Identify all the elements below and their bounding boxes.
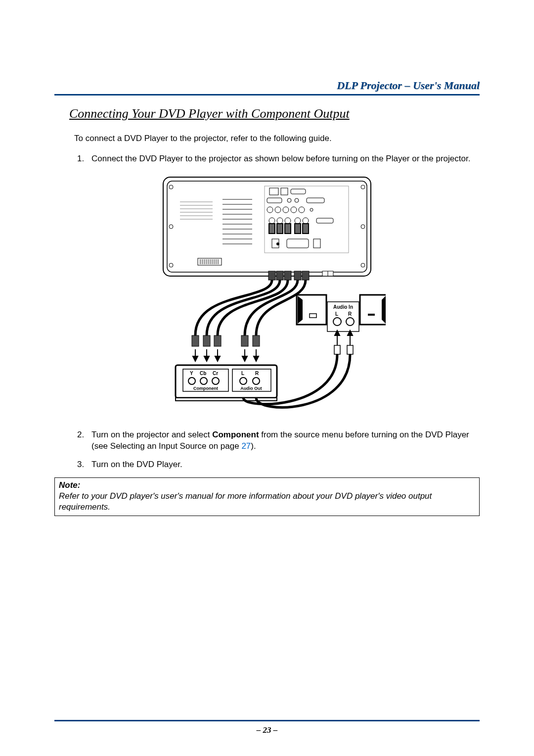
svg-point-36 (299, 207, 305, 213)
step-2-bold: Component (212, 430, 259, 439)
step-list-cont: Turn on the projector and select Compone… (87, 429, 480, 471)
label-audio-in: Audio In (333, 304, 353, 310)
svg-rect-68 (302, 271, 309, 280)
svg-point-7 (361, 263, 365, 267)
svg-rect-87 (176, 398, 277, 401)
svg-point-32 (267, 207, 273, 213)
svg-rect-47 (313, 239, 320, 248)
svg-marker-96 (298, 296, 303, 324)
label-r-in: R (348, 311, 352, 317)
svg-marker-99 (382, 296, 386, 324)
svg-rect-60 (277, 224, 283, 234)
connection-diagram: Y Cb Cr Component L R Audio Out (54, 172, 480, 415)
svg-point-29 (287, 198, 291, 202)
svg-rect-31 (307, 198, 324, 203)
svg-rect-74 (241, 335, 248, 346)
step-3: Turn on the DVD Player. (87, 459, 480, 471)
svg-rect-66 (284, 271, 291, 280)
svg-point-5 (361, 185, 365, 189)
svg-marker-79 (204, 356, 209, 361)
svg-point-34 (283, 207, 289, 213)
svg-rect-64 (268, 271, 275, 280)
header-title: DLP Projector – User's Manual (337, 79, 480, 92)
note-box: Note: Refer to your DVD player's user's … (54, 477, 480, 516)
svg-point-102 (333, 318, 341, 326)
label-r-out: R (255, 371, 259, 376)
svg-point-35 (291, 207, 297, 213)
header-rule (54, 94, 480, 95)
svg-point-33 (275, 207, 281, 213)
step-2: Turn on the projector and select Compone… (87, 429, 480, 452)
step-2-c: ). (251, 441, 256, 451)
note-label: Note: (59, 480, 80, 490)
svg-rect-97 (310, 314, 316, 318)
svg-marker-77 (193, 356, 198, 361)
svg-point-4 (169, 263, 173, 267)
label-cr: Cr (213, 371, 218, 376)
label-cb: Cb (200, 371, 206, 376)
svg-point-39 (277, 218, 283, 224)
svg-rect-28 (267, 198, 282, 203)
page-ref-link[interactable]: 27 (241, 441, 251, 451)
intro-text: To connect a DVD Player to the projector… (74, 134, 480, 143)
svg-rect-67 (294, 271, 301, 280)
svg-rect-59 (269, 224, 275, 234)
svg-rect-73 (214, 335, 221, 346)
svg-point-91 (212, 378, 219, 384)
svg-point-103 (346, 318, 354, 326)
label-y: Y (190, 371, 193, 376)
svg-point-94 (253, 378, 260, 384)
svg-point-40 (285, 218, 291, 224)
svg-rect-71 (192, 335, 199, 346)
svg-rect-72 (203, 335, 210, 346)
svg-point-89 (188, 378, 195, 384)
svg-point-45 (276, 242, 279, 245)
svg-rect-25 (269, 188, 278, 195)
svg-point-6 (361, 225, 365, 229)
svg-rect-108 (334, 345, 340, 354)
svg-rect-27 (291, 189, 306, 194)
svg-rect-75 (253, 335, 260, 346)
step-2-a: Turn on the projector and select (91, 430, 212, 439)
label-l-in: L (335, 311, 338, 317)
svg-marker-81 (215, 356, 220, 361)
page-number: – 23 – (0, 725, 534, 735)
note-text: Refer to your DVD player's user's manual… (59, 491, 432, 512)
footer-rule (54, 720, 480, 721)
svg-point-90 (200, 378, 207, 384)
svg-point-3 (169, 225, 173, 229)
svg-rect-63 (303, 224, 309, 234)
svg-rect-100 (368, 314, 375, 316)
speaker-left (297, 295, 326, 325)
svg-rect-26 (281, 188, 288, 195)
svg-rect-62 (295, 224, 301, 234)
svg-point-30 (295, 198, 299, 202)
svg-marker-85 (254, 356, 259, 361)
svg-point-41 (295, 218, 301, 224)
svg-rect-46 (287, 239, 309, 248)
svg-point-42 (303, 218, 309, 224)
section-title: Connecting Your DVD Player with Componen… (69, 106, 480, 121)
svg-rect-43 (316, 218, 333, 223)
diagram-svg: Y Cb Cr Component L R Audio Out (148, 172, 386, 415)
svg-rect-65 (276, 271, 283, 280)
svg-marker-83 (242, 356, 247, 361)
step-1: Connect the DVD Player to the projector … (87, 153, 480, 165)
svg-point-37 (310, 208, 313, 211)
label-audio-out: Audio Out (240, 386, 262, 391)
svg-rect-109 (347, 345, 353, 354)
svg-rect-61 (285, 224, 291, 234)
label-l-out: L (241, 371, 244, 376)
svg-point-93 (240, 378, 247, 384)
svg-point-38 (269, 218, 275, 224)
speaker-right (360, 295, 386, 325)
step-list: Connect the DVD Player to the projector … (87, 153, 480, 165)
svg-point-2 (169, 185, 173, 189)
label-component: Component (193, 386, 218, 391)
